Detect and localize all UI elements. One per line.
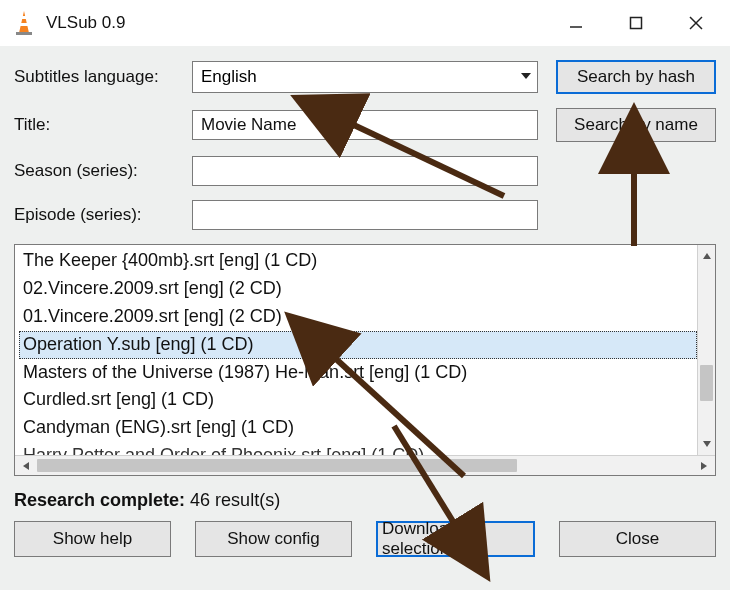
season-label: Season (series): [14, 161, 192, 181]
svg-marker-11 [23, 462, 29, 470]
svg-marker-10 [703, 441, 711, 447]
svg-rect-5 [631, 18, 642, 29]
svg-marker-12 [701, 462, 707, 470]
maximize-button[interactable] [606, 3, 666, 43]
svg-rect-1 [21, 16, 26, 19]
result-item[interactable]: Candyman (ENG).srt [eng] (1 CD) [19, 414, 697, 442]
window-title: VLSub 0.9 [46, 13, 125, 33]
status-line: Research complete: 46 result(s) [14, 490, 716, 511]
svg-marker-0 [19, 11, 29, 33]
svg-marker-8 [521, 73, 531, 79]
season-input[interactable] [192, 156, 538, 186]
title-input[interactable] [192, 110, 538, 140]
scroll-right-icon[interactable] [693, 456, 715, 476]
result-item[interactable]: 01.Vincere.2009.srt [eng] (2 CD) [19, 303, 697, 331]
close-window-button[interactable] [666, 3, 726, 43]
title-label: Title: [14, 115, 192, 135]
scroll-thumb-horizontal[interactable] [37, 459, 517, 472]
row-language: Subtitles language: English Search by ha… [14, 60, 716, 94]
language-label: Subtitles language: [14, 67, 192, 87]
footer-buttons: Show help Show config Download selection… [14, 521, 716, 557]
row-title: Title: Search by name [14, 108, 716, 142]
search-by-name-button[interactable]: Search by name [556, 108, 716, 142]
episode-label: Episode (series): [14, 205, 192, 225]
scroll-left-icon[interactable] [15, 456, 37, 476]
result-item[interactable]: Operation Y.sub [eng] (1 CD) [19, 331, 697, 359]
row-season: Season (series): [14, 156, 716, 186]
minimize-button[interactable] [546, 3, 606, 43]
svg-rect-3 [16, 32, 32, 35]
scroll-up-icon[interactable] [698, 245, 716, 267]
vertical-scrollbar[interactable] [697, 245, 715, 455]
svg-rect-2 [20, 23, 28, 26]
language-select[interactable]: English [192, 61, 538, 93]
chevron-down-icon [520, 67, 532, 87]
result-item[interactable]: 02.Vincere.2009.srt [eng] (2 CD) [19, 275, 697, 303]
status-value: 46 result(s) [190, 490, 280, 510]
download-selection-button[interactable]: Download selection [376, 521, 535, 557]
svg-marker-9 [703, 253, 711, 259]
result-item[interactable]: Masters of the Universe (1987) He-Man.sr… [19, 359, 697, 387]
form: Subtitles language: English Search by ha… [14, 60, 716, 230]
scroll-down-icon[interactable] [698, 433, 716, 455]
vlsub-window: VLSub 0.9 Subtitles language: English [0, 0, 730, 590]
show-config-button[interactable]: Show config [195, 521, 352, 557]
show-help-button[interactable]: Show help [14, 521, 171, 557]
row-episode: Episode (series): [14, 200, 716, 230]
vlc-cone-icon [10, 9, 38, 37]
results-listbox[interactable]: The Keeper {400mb}.srt [eng] (1 CD)02.Vi… [14, 244, 716, 476]
horizontal-scrollbar[interactable] [15, 455, 715, 475]
status-label: Research complete: [14, 490, 185, 510]
episode-input[interactable] [192, 200, 538, 230]
close-button[interactable]: Close [559, 521, 716, 557]
search-by-hash-button[interactable]: Search by hash [556, 60, 716, 94]
result-item[interactable]: Curdled.srt [eng] (1 CD) [19, 386, 697, 414]
scroll-thumb-vertical[interactable] [700, 365, 713, 401]
content-area: Subtitles language: English Search by ha… [0, 46, 730, 590]
language-select-value: English [201, 67, 257, 87]
result-item[interactable]: The Keeper {400mb}.srt [eng] (1 CD) [19, 247, 697, 275]
titlebar: VLSub 0.9 [0, 0, 730, 46]
